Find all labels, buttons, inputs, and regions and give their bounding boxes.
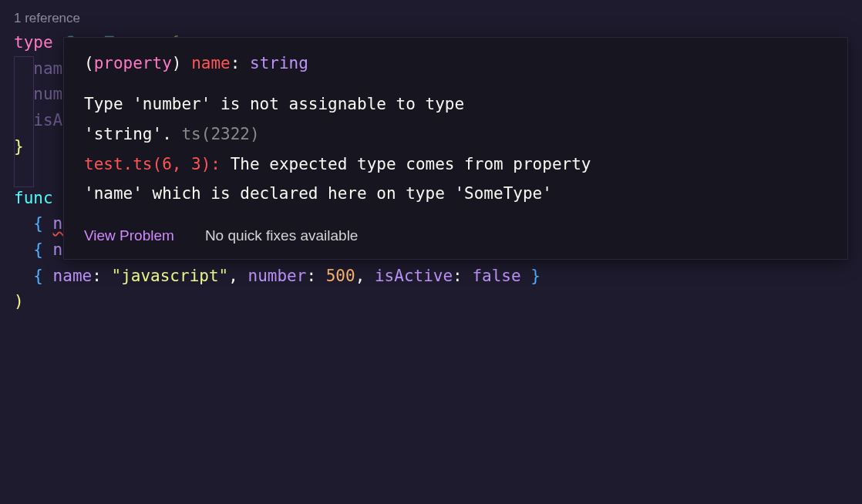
string-literal: "javascript" <box>112 267 229 285</box>
error-message-line2: 'string'. ts(2322) <box>84 119 827 150</box>
view-problem-link[interactable]: View Problem <box>84 224 174 247</box>
codelens-references[interactable]: 1 reference <box>14 8 862 29</box>
tooltip-signature: (property) name: string <box>84 49 827 79</box>
related-info: test.ts(6, 3): The expected type comes f… <box>84 150 827 180</box>
number-literal: 500 <box>326 267 355 285</box>
hover-tooltip: (property) name: string Type 'number' is… <box>63 37 848 260</box>
brace-open: { <box>33 267 43 285</box>
property-name: na <box>33 59 52 78</box>
property-name: name <box>53 267 93 285</box>
error-message: Type 'number' is not assignable to type <box>84 89 827 119</box>
related-info-line2: 'name' which is declared here on type 'S… <box>84 179 827 209</box>
keyword-type: type <box>14 33 53 52</box>
brace-open: { <box>33 214 43 233</box>
no-quick-fixes-label: No quick fixes available <box>205 224 359 247</box>
property-number: number <box>248 267 307 285</box>
error-code: ts(2322) <box>181 125 259 143</box>
property-isactive: isActive <box>375 267 453 285</box>
code-line: { name: "javascript", number: 500, isAct… <box>14 264 862 290</box>
property-number: nu <box>33 85 52 103</box>
property-isactive: is <box>33 111 52 129</box>
keyword-function: func <box>14 189 53 207</box>
brace-open: { <box>33 240 43 259</box>
source-location[interactable]: test.ts(6, 3): <box>84 155 221 173</box>
code-line: ) <box>14 289 862 315</box>
tooltip-footer: View Problem No quick fixes available <box>64 217 847 258</box>
brace-close: } <box>14 137 24 156</box>
brace-close: } <box>530 267 540 285</box>
paren-close: ) <box>14 292 24 311</box>
boolean-literal: false <box>472 267 520 285</box>
